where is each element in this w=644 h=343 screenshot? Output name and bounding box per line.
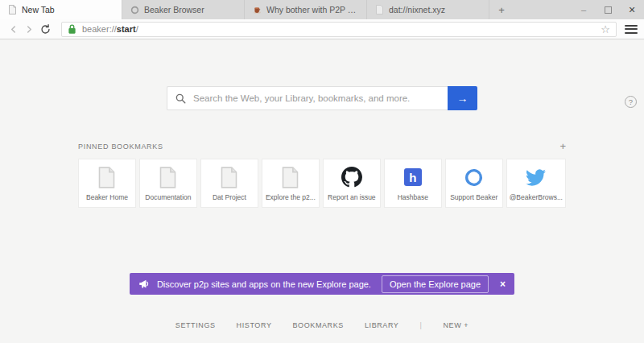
tab-dat-nixnet[interactable]: dat://nixnet.xyz bbox=[367, 0, 489, 19]
document-icon bbox=[265, 164, 316, 190]
search-icon bbox=[175, 93, 186, 104]
pinned-header: PINNED BOOKMARKS + bbox=[78, 141, 566, 151]
open-explore-button[interactable]: Open the Explore page bbox=[382, 275, 489, 293]
search-submit-button[interactable]: → bbox=[448, 86, 477, 110]
bookmark-label: Beaker Home bbox=[81, 193, 133, 201]
maximize-button[interactable] bbox=[596, 0, 620, 19]
minimize-button[interactable]: – bbox=[572, 0, 596, 19]
bookmarks-grid: Beaker Home Documentation Dat Project Ex… bbox=[78, 159, 566, 208]
back-button[interactable] bbox=[5, 21, 21, 37]
navigation-bar: beaker://start/ ☆ bbox=[0, 19, 644, 39]
bookmark-card-documentation[interactable]: Documentation bbox=[139, 159, 197, 208]
tab-beaker-browser[interactable]: Beaker Browser bbox=[122, 0, 245, 19]
hashbase-icon: h bbox=[387, 164, 439, 190]
hamburger-icon bbox=[625, 25, 638, 27]
back-icon bbox=[10, 26, 17, 33]
tab-label: dat://nixnet.xyz bbox=[389, 5, 481, 14]
forward-icon bbox=[26, 26, 33, 33]
banner-text: Discover p2p sites and apps on the new E… bbox=[157, 279, 371, 289]
url-bar[interactable]: beaker://start/ ☆ bbox=[61, 22, 617, 37]
beaker-logo-icon bbox=[448, 164, 500, 190]
coffee-cup-favicon bbox=[252, 5, 262, 14]
document-icon bbox=[81, 164, 133, 190]
help-button[interactable]: ? bbox=[625, 96, 637, 108]
start-page: ? → PINNED BOOKMARKS + Beaker Home bbox=[0, 86, 644, 343]
search-row: → bbox=[167, 86, 477, 110]
bookmark-card-report-issue[interactable]: Report an issue bbox=[323, 159, 381, 208]
document-icon bbox=[142, 164, 194, 190]
beaker-logo-icon bbox=[130, 5, 139, 14]
bookmark-label: Support Beaker bbox=[448, 193, 500, 201]
bookmark-card-hashbase[interactable]: h Hashbase bbox=[384, 159, 442, 208]
footer-nav: SETTINGS HISTORY BOOKMARKS LIBRARY | NEW… bbox=[0, 321, 644, 329]
window-controls: – × bbox=[572, 0, 644, 19]
tab-label: New Tab bbox=[22, 5, 114, 14]
bookmark-card-twitter[interactable]: @BeakerBrows... bbox=[506, 159, 566, 208]
tab-label: Beaker Browser bbox=[144, 5, 237, 14]
bookmark-label: @BeakerBrows... bbox=[510, 193, 563, 201]
maximize-icon bbox=[605, 6, 612, 14]
reload-icon bbox=[40, 24, 51, 35]
close-button[interactable]: × bbox=[620, 0, 644, 19]
banner-close-icon[interactable]: × bbox=[500, 279, 506, 290]
footer-divider: | bbox=[419, 321, 422, 329]
page-icon bbox=[7, 5, 17, 14]
github-icon bbox=[326, 164, 378, 190]
bookmark-card-explore[interactable]: Explore the p2... bbox=[262, 159, 320, 208]
bookmark-label: Explore the p2... bbox=[265, 193, 316, 201]
search-box bbox=[167, 86, 448, 110]
bookmark-label: Hashbase bbox=[387, 193, 439, 201]
document-icon bbox=[204, 164, 255, 190]
bookmark-label: Report an issue bbox=[326, 193, 378, 201]
twitter-icon bbox=[510, 164, 563, 190]
footer-link-history[interactable]: HISTORY bbox=[237, 321, 272, 329]
secure-lock-icon bbox=[68, 24, 76, 34]
footer-link-settings[interactable]: SETTINGS bbox=[175, 321, 216, 329]
tabbar-spacer bbox=[514, 0, 572, 19]
tab-new-tab[interactable]: New Tab bbox=[0, 0, 122, 19]
search-input[interactable] bbox=[193, 93, 440, 103]
reload-button[interactable] bbox=[37, 21, 53, 37]
arrow-right-icon: → bbox=[457, 92, 469, 105]
bookmark-label: Dat Project bbox=[204, 193, 255, 201]
forward-button[interactable] bbox=[21, 21, 37, 37]
new-tab-button[interactable]: + bbox=[489, 0, 514, 19]
add-bookmark-button[interactable]: + bbox=[559, 141, 566, 151]
url-text: beaker://start/ bbox=[82, 24, 138, 34]
pinned-bookmarks-section: PINNED BOOKMARKS + Beaker Home Documenta… bbox=[78, 141, 566, 208]
footer-link-bookmarks[interactable]: BOOKMARKS bbox=[293, 321, 344, 329]
pinned-title: PINNED BOOKMARKS bbox=[78, 143, 163, 151]
bookmark-card-beaker-home[interactable]: Beaker Home bbox=[78, 159, 136, 208]
blank-page-favicon bbox=[374, 5, 384, 14]
footer-link-new[interactable]: NEW + bbox=[443, 321, 469, 329]
bookmark-card-dat-project[interactable]: Dat Project bbox=[200, 159, 258, 208]
bookmark-card-support-beaker[interactable]: Support Beaker bbox=[445, 159, 503, 208]
tab-article[interactable]: Why bother with P2P when you sti... bbox=[245, 0, 367, 19]
menu-button[interactable] bbox=[623, 21, 639, 37]
banner-row: Discover p2p sites and apps on the new E… bbox=[0, 273, 644, 295]
bookmark-star-icon[interactable]: ☆ bbox=[601, 24, 610, 35]
bookmark-label: Documentation bbox=[142, 193, 194, 201]
megaphone-icon bbox=[138, 279, 150, 289]
footer-link-library[interactable]: LIBRARY bbox=[365, 321, 399, 329]
tab-label: Why bother with P2P when you sti... bbox=[266, 5, 359, 14]
tab-bar: New Tab Beaker Browser Why bother with P… bbox=[0, 0, 644, 19]
explore-banner: Discover p2p sites and apps on the new E… bbox=[130, 273, 514, 295]
